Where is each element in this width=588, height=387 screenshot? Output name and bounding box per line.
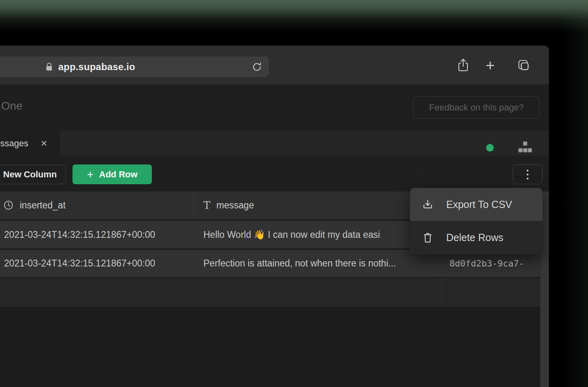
empty-cell <box>0 278 193 306</box>
grid-background <box>0 307 540 387</box>
plus-icon: + <box>87 169 93 180</box>
empty-cell <box>441 278 540 306</box>
cell-message[interactable]: Hello World 👋 I can now edit my data eas… <box>193 221 441 248</box>
close-tab-icon[interactable]: ✕ <box>40 139 48 148</box>
kebab-dot <box>527 178 528 179</box>
background-right-glow <box>560 0 588 387</box>
new-tab-icon[interactable]: + <box>486 46 495 85</box>
menu-item-delete-rows[interactable]: Delete Rows <box>410 221 542 254</box>
reload-icon[interactable] <box>251 61 263 73</box>
empty-cell <box>193 278 441 306</box>
project-title: One <box>1 100 23 112</box>
schema-diagram-icon[interactable] <box>518 141 532 154</box>
text-type-icon: T <box>203 199 210 211</box>
row-actions-context-menu: Export To CSV Delete Rows <box>410 188 542 254</box>
connection-status-dot <box>486 144 494 152</box>
table-options-kebab-button[interactable] <box>513 164 542 184</box>
tab-label: messages <box>0 138 28 149</box>
cell-inserted-at[interactable]: 2021-03-24T14:32:15.121867+00:00 <box>0 250 193 277</box>
kebab-dot <box>527 170 528 171</box>
cell-inserted-at[interactable]: 2021-03-24T14:32:15.121867+00:00 <box>0 221 193 248</box>
share-icon[interactable] <box>457 46 470 85</box>
tab-messages[interactable]: messages ✕ <box>0 131 60 156</box>
empty-row[interactable] <box>0 278 540 306</box>
new-column-button[interactable]: + New Column <box>0 165 66 184</box>
menu-item-export-to-csv[interactable]: Export To CSV <box>410 188 542 221</box>
url-text: app.supabase.io <box>58 61 135 73</box>
address-bar[interactable]: app.supabase.io <box>0 56 269 77</box>
browser-toolbar: app.supabase.io + <box>0 46 549 85</box>
column-header-inserted-at[interactable]: inserted_at <box>0 191 193 219</box>
add-row-button[interactable]: + Add Row <box>72 164 152 184</box>
kebab-dot <box>527 174 528 175</box>
column-header-message[interactable]: T message <box>193 191 441 219</box>
tabs-overview-icon[interactable] <box>516 46 530 85</box>
cell-message[interactable]: Perfection is attained, not when there i… <box>193 250 441 277</box>
download-icon <box>422 198 434 210</box>
trash-icon <box>422 232 434 244</box>
editor-tab-bar: messages ✕ <box>0 131 549 156</box>
lock-icon <box>45 62 53 72</box>
clock-icon <box>3 200 14 210</box>
browser-window: app.supabase.io + One <box>0 46 549 387</box>
feedback-button[interactable]: Feedback on this page? <box>413 96 540 119</box>
background-green-glow <box>0 0 588 32</box>
